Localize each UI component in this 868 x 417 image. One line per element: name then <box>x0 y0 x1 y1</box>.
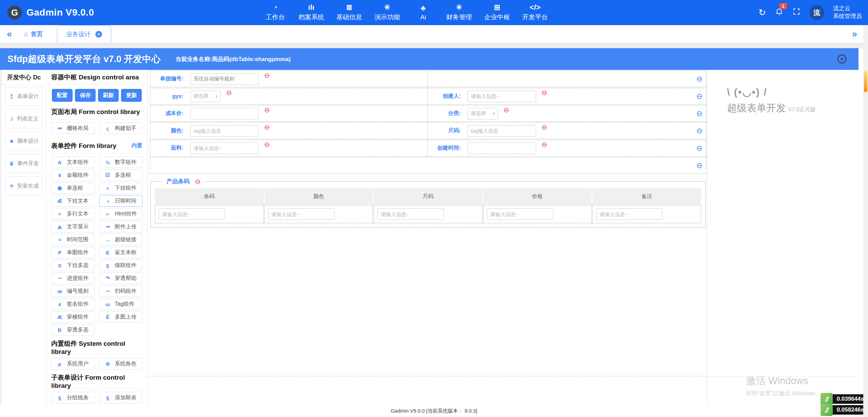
component-item[interactable]: ↷穿透帮助 <box>99 272 143 284</box>
field-input[interactable] <box>190 143 259 154</box>
component-item[interactable]: ∼进度组件 <box>51 272 95 284</box>
remove-field-icon[interactable]: ⊖ <box>264 141 270 148</box>
expand-tabs-icon[interactable]: » <box>845 29 864 39</box>
component-item[interactable]: §添加附表 <box>99 392 143 403</box>
app-logo[interactable]: G <box>7 5 22 20</box>
remove-row-icon[interactable]: ⊖ <box>696 110 703 117</box>
action-button[interactable]: 配置 <box>52 89 73 102</box>
component-item[interactable]: ς构建助手 <box>99 122 143 134</box>
component-item[interactable]: œ编号规则 <box>51 285 95 297</box>
nav-item-2[interactable]: ≣基础信息 <box>336 0 362 25</box>
form-cell-left[interactable]: 颜色:⊖ <box>150 123 428 139</box>
nav-item-3[interactable]: ✳演示功能 <box>374 0 400 25</box>
nav-item-7[interactable]: </>开发平台 <box>522 0 548 25</box>
fullscreen-icon[interactable] <box>792 7 801 18</box>
form-cell-left[interactable]: gys:请选择∨⊖ <box>150 88 428 104</box>
form-row[interactable]: gys:请选择∨⊖创建人:⊖⊖ <box>150 88 706 105</box>
form-cell-left[interactable]: 面料:⊖ <box>150 140 428 156</box>
remove-field-icon[interactable]: ⊖ <box>264 72 270 79</box>
notification-bell-icon[interactable]: 1 <box>775 7 784 18</box>
remove-field-icon[interactable]: ⊖ <box>541 141 547 148</box>
field-select[interactable]: 请选择∨ <box>190 91 221 102</box>
dev-item[interactable]: ★脚本设计 <box>5 132 43 151</box>
remove-field-icon[interactable]: ⊖ <box>541 89 547 96</box>
dev-item[interactable]: ♫列表定义 <box>5 109 43 128</box>
form-cell-right[interactable]: 创建人:⊖ <box>428 88 706 104</box>
component-item[interactable]: A文本组件 <box>51 156 95 168</box>
action-button[interactable]: 保存 <box>75 89 96 102</box>
component-item[interactable]: Æ穿梭组件 <box>51 311 95 323</box>
subform-cell-input[interactable] <box>487 208 553 220</box>
subform-cell[interactable] <box>155 205 264 223</box>
collapse-tabs-icon[interactable]: « <box>0 29 19 39</box>
perf-timer-1[interactable]: 0.039644s <box>821 393 868 405</box>
form-row[interactable]: ⊖ <box>150 157 706 174</box>
component-item[interactable]: ωTag组件 <box>99 298 143 310</box>
form-cell-right[interactable]: 创建时间:⊖ <box>428 140 706 156</box>
action-button[interactable]: 刷新 <box>98 89 119 102</box>
tab-close-icon[interactable]: ✕ <box>95 31 102 38</box>
dev-item[interactable]: ↥表单设计 <box>5 87 43 106</box>
builtin-link[interactable]: 内置 <box>132 142 142 149</box>
component-item[interactable]: Ê多图上传 <box>99 311 143 323</box>
form-row[interactable]: 单据编号:⊖⊖ <box>150 71 706 87</box>
component-item[interactable]: Ǣ下拉文本 <box>51 195 95 207</box>
nav-item-1[interactable]: ılı档案系统 <box>298 0 324 25</box>
component-item[interactable]: ≈时间范围 <box>51 234 95 245</box>
dev-item[interactable]: ✳安装生成 <box>5 176 43 195</box>
component-item[interactable]: ぁ文字显示 <box>51 221 95 232</box>
component-item[interactable]: ∼扫码组件 <box>99 285 143 297</box>
form-cell-right[interactable]: 分类:请选择∨⊖ <box>428 106 706 121</box>
remove-row-icon[interactable]: ⊖ <box>696 127 703 135</box>
form-row[interactable]: 颜色:⊖尺码:⊖⊖ <box>150 122 706 139</box>
component-item[interactable]: ◉单选框 <box>51 182 95 194</box>
perf-timer-2[interactable]: 0.058246s <box>821 404 868 416</box>
page-scrollbar[interactable] <box>863 25 868 417</box>
nav-item-4[interactable]: ♣Ai <box>412 0 434 25</box>
field-input[interactable] <box>468 91 536 102</box>
component-item[interactable]: ƶ签名组件 <box>51 298 95 310</box>
component-item[interactable]: ⇝附件上传 <box>99 221 143 232</box>
field-input[interactable] <box>190 108 259 119</box>
component-item[interactable]: Đ穿透多选 <box>51 324 95 336</box>
subform-cell-input[interactable] <box>268 208 335 220</box>
field-input[interactable] <box>190 73 259 85</box>
designer-close-icon[interactable]: ✕ <box>837 55 846 63</box>
tab-home[interactable]: ⌂ 首页 <box>24 30 43 38</box>
field-input[interactable] <box>468 125 536 137</box>
form-row[interactable]: 面料:⊖创建时间:⊖⊖ <box>150 140 706 156</box>
component-item[interactable]: E富文本框 <box>99 247 143 258</box>
component-item[interactable]: ¥金额组件 <box>51 169 95 181</box>
form-row[interactable]: 成本价:⊖分类:请选择∨⊖⊖ <box>150 105 706 122</box>
form-cell-left[interactable]: 成本价:⊖ <box>150 106 428 121</box>
field-select[interactable]: 请选择∨ <box>468 108 498 119</box>
remove-row-icon[interactable]: ⊖ <box>696 75 703 83</box>
form-cell-left[interactable]: 单据编号:⊖ <box>150 71 428 87</box>
refresh-icon[interactable]: ↻ <box>758 7 766 18</box>
field-input[interactable] <box>468 143 536 154</box>
component-item[interactable]: Θ系统角色 <box>99 358 143 369</box>
remove-row-icon[interactable]: ⊖ <box>696 162 703 169</box>
nav-item-6[interactable]: ⊞企业中枢 <box>484 0 510 25</box>
form-cell-right[interactable] <box>428 71 706 87</box>
user-avatar[interactable]: 流 <box>809 5 824 20</box>
subform-cell-input[interactable] <box>377 208 444 220</box>
remove-row-icon[interactable]: ⊖ <box>696 93 703 100</box>
remove-field-icon[interactable]: ⊖ <box>504 107 509 113</box>
user-info[interactable]: 流之云 系统管理员 <box>833 5 862 20</box>
subform-cell-input[interactable] <box>159 208 225 220</box>
dev-item[interactable]: ♛事件开发 <box>5 154 43 173</box>
component-item[interactable]: ↔超级链接 <box>99 234 143 245</box>
remove-field-icon[interactable]: ⊖ <box>264 107 270 113</box>
tab-business-design[interactable]: 业务设计 ✕ <box>57 25 111 43</box>
component-item[interactable]: ½数字组件 <box>99 156 143 168</box>
subform-cell-input[interactable] <box>596 208 663 220</box>
remove-field-icon[interactable]: ⊖ <box>264 124 270 131</box>
component-item[interactable]: ↭栅格布局 <box>51 122 95 134</box>
form-cell-right[interactable]: 尺码:⊖ <box>428 123 706 139</box>
component-item[interactable]: ρ系统用户 <box>51 358 95 369</box>
component-item[interactable]: P单图组件 <box>51 247 95 258</box>
page-scrollbar-thumb[interactable] <box>864 71 867 92</box>
subform-cell[interactable] <box>483 205 592 223</box>
component-item[interactable]: S下拉多选 <box>51 260 95 271</box>
